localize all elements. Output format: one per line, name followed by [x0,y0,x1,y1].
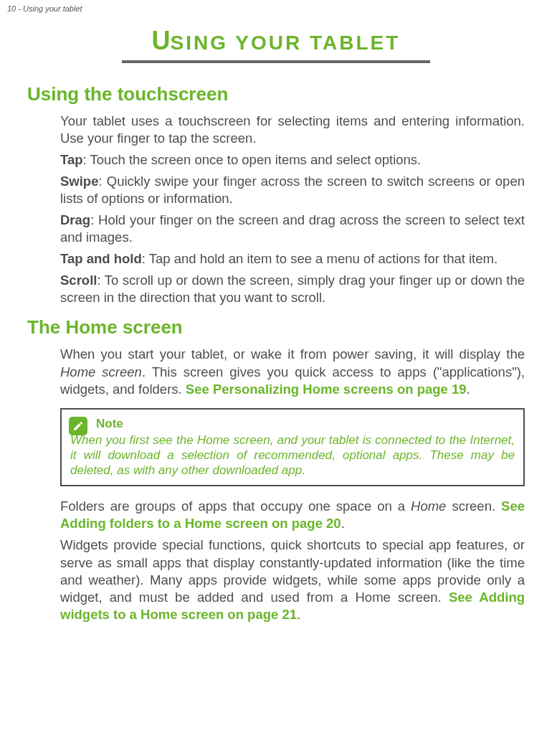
chapter-rule [122,60,430,63]
folders-c: . [341,516,345,531]
section-heading-touchscreen: Using the touchscreen [27,83,525,105]
widgets-b: . [297,607,300,622]
widgets-paragraph: Widgets provide special functions, quick… [60,537,525,623]
home-intro-paragraph: When you start your tablet, or wake it f… [60,346,525,397]
scroll-text: : To scroll up or down the screen, simpl… [60,273,525,305]
section-body-home: When you start your tablet, or wake it f… [60,346,525,623]
swipe-paragraph: Swipe: Quickly swipe your finger across … [60,173,525,207]
taphold-label: Tap and hold [60,251,142,266]
scroll-label: Scroll [60,273,97,288]
note-text: When you first see the Home screen, and … [70,433,515,478]
home-p1-a: When you start your tablet, or wake it f… [60,346,525,362]
taphold-paragraph: Tap and hold: Tap and hold an item to se… [60,250,525,268]
section-heading-home: The Home screen [27,316,525,339]
swipe-text: : Quickly swipe your finger across the s… [60,174,525,206]
pencil-icon [69,417,87,435]
page: 10 - Using your tablet USING YOUR TABLET… [0,0,552,756]
intro-paragraph: Your tablet uses a touchscreen for selec… [60,113,525,147]
chapter-title-first-letter: U [152,26,171,55]
home-p1-italic: Home screen [60,364,142,379]
scroll-paragraph: Scroll: To scroll up or down the screen,… [60,272,525,306]
home-p1-c: . [467,382,470,397]
note-label: Note [96,417,515,431]
swipe-label: Swipe [60,174,98,189]
drag-text: : Hold your finger on the screen and dra… [60,212,525,245]
running-header: 10 - Using your tablet [7,4,525,13]
note-box: Note When you first see the Home screen,… [60,408,525,487]
drag-label: Drag [60,212,90,227]
folders-paragraph: Folders are groups of apps that occupy o… [60,498,525,532]
drag-paragraph: Drag: Hold your finger on the screen and… [60,212,525,246]
folders-b: screen. [446,499,501,514]
chapter-title: USING YOUR TABLET [27,26,525,56]
folders-home-italic: Home [411,499,446,514]
tap-paragraph: Tap: Touch the screen once to open items… [60,151,525,169]
chapter-title-rest: SING YOUR TABLET [171,32,401,54]
tap-label: Tap [60,152,83,167]
tap-text: : Touch the screen once to open items an… [83,152,422,167]
link-personalizing[interactable]: See Personalizing Home screens on page 1… [186,382,467,397]
folders-a: Folders are groups of apps that occupy o… [60,499,411,514]
taphold-text: : Tap and hold an item to see a menu of … [142,251,498,266]
section-body-touchscreen: Your tablet uses a touchscreen for selec… [60,113,525,306]
